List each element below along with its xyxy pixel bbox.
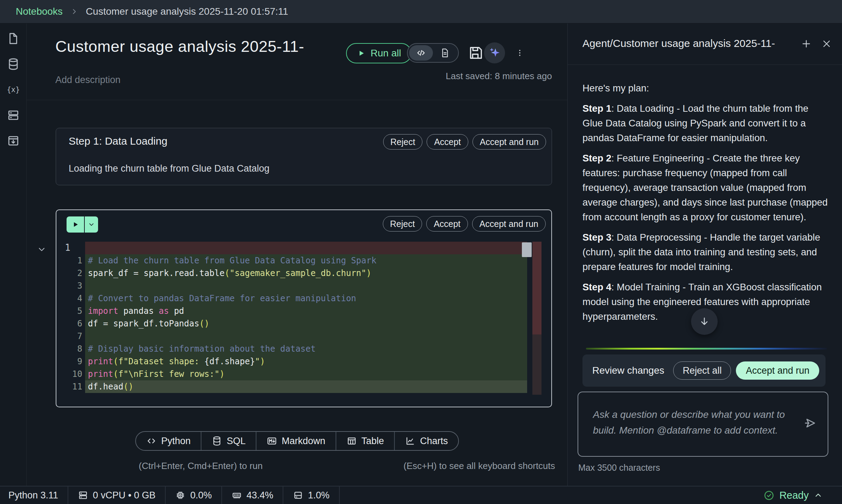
- accept-and-run-button[interactable]: Accept and run: [736, 361, 819, 380]
- code-text: import pandas as pd: [85, 305, 527, 317]
- sidebar-file-icon-button[interactable]: [7, 32, 20, 45]
- review-changes-bar: Review changes Reject all Accept and run: [582, 354, 826, 387]
- status-items: Python 3.110 vCPU • 0 GB0.0%43.4%1.0%: [0, 486, 340, 504]
- insert-label: Table: [361, 436, 384, 447]
- code-text: print(f"\nFirst few rows:"): [85, 368, 527, 380]
- code-text: # Load the churn table from Glue Data Ca…: [85, 254, 527, 267]
- code-editor[interactable]: 1# Load the churn table from Glue Data C…: [56, 242, 551, 393]
- status-0-vcpu-0-gb: 0 vCPU • 0 GB: [68, 486, 166, 504]
- code-text: # Convert to pandas DataFrame for easier…: [85, 292, 527, 305]
- code-line-4[interactable]: 4# Convert to pandas DataFrame for easie…: [56, 292, 551, 305]
- line-number: 3: [56, 279, 85, 292]
- breadcrumb-current: Customer usage analysis 2025-11-20 01:57…: [86, 6, 288, 17]
- run-all-button[interactable]: Run all: [346, 43, 412, 63]
- reject-button[interactable]: Reject: [383, 134, 423, 150]
- status-value: 0.0%: [190, 490, 212, 501]
- add-description[interactable]: Add description: [55, 75, 120, 85]
- code-line-10[interactable]: 10print(f"\nFirst few rows:"): [56, 368, 551, 380]
- ai-assistant-button[interactable]: [484, 42, 505, 63]
- run-cell-button[interactable]: [67, 216, 85, 233]
- scrollbar-thumb[interactable]: [522, 242, 532, 257]
- accept-and-run-button[interactable]: Accept and run: [472, 134, 546, 150]
- code-line-1[interactable]: 1# Load the churn table from Glue Data C…: [56, 254, 551, 267]
- code-cell[interactable]: RejectAcceptAccept and run 1 1# Load the…: [56, 209, 552, 407]
- insert-python-button[interactable]: Python: [136, 432, 201, 450]
- status-value: 43.4%: [247, 490, 274, 501]
- line-number: 5: [56, 305, 85, 317]
- code-line-3[interactable]: 3: [56, 279, 551, 292]
- insert-table-button[interactable]: Table: [336, 432, 394, 450]
- code-line-6[interactable]: 6df = spark_df.toPandas(): [56, 317, 551, 330]
- status-43-4: 43.4%: [222, 486, 284, 504]
- reject-button[interactable]: Reject: [383, 216, 422, 232]
- chat-input[interactable]: [592, 406, 792, 443]
- insert-cell-toolbar: PythonSQLMarkdownTableCharts: [135, 431, 459, 451]
- insert-sql-button[interactable]: SQL: [201, 432, 256, 450]
- run-cell-options-button[interactable]: [85, 216, 98, 233]
- insert-label: SQL: [227, 436, 246, 447]
- insert-charts-button[interactable]: Charts: [394, 432, 458, 450]
- markdown-cell-actions: RejectAcceptAccept and run: [383, 134, 546, 150]
- chevron-up-icon: [813, 490, 823, 500]
- insert-label: Markdown: [282, 436, 325, 447]
- topbar: Notebooks Customer usage analysis 2025-1…: [0, 0, 842, 23]
- code-line-11[interactable]: 11df.head(): [56, 380, 551, 393]
- sidebar-layout-rows-icon-button[interactable]: [7, 109, 20, 122]
- line-number: 9: [56, 355, 85, 368]
- database-icon: [7, 57, 20, 71]
- line-number: 1: [56, 254, 85, 267]
- ruler-dim-mark: [532, 334, 541, 395]
- code-line-7[interactable]: 7: [56, 330, 551, 343]
- sidebar-database-icon-button[interactable]: [7, 57, 20, 71]
- run-cell-split-button: [67, 216, 98, 233]
- chart-icon: [405, 436, 415, 446]
- line-number: 4: [56, 292, 85, 305]
- svg-text:{x}: {x}: [7, 85, 20, 94]
- collapse-cell-chevron[interactable]: [36, 244, 47, 255]
- code-cell-actions: RejectAcceptAccept and run: [383, 216, 546, 232]
- accept-button[interactable]: Accept: [426, 216, 468, 232]
- breadcrumb-notebooks[interactable]: Notebooks: [16, 6, 63, 17]
- code-view-toggle[interactable]: [409, 45, 433, 61]
- close-panel-button[interactable]: [821, 38, 832, 49]
- view-toggle: [407, 43, 459, 63]
- last-saved-status: Last saved: 8 minutes ago: [446, 71, 552, 82]
- plus-icon: [801, 38, 812, 49]
- left-sidebar: {x}: [0, 23, 27, 486]
- agent-panel: Agent/Customer usage analysis 2025-11- H…: [567, 23, 842, 486]
- markdown-heading: Step 1: Data Loading: [69, 135, 167, 147]
- notebook-main: Customer usage analysis 2025-11- Add des…: [27, 23, 567, 486]
- reject-all-button[interactable]: Reject all: [673, 361, 731, 380]
- notebook-title[interactable]: Customer usage analysis 2025-11-: [55, 37, 304, 56]
- sidebar-variables-icon-button[interactable]: {x}: [7, 83, 20, 96]
- sidebar-package-down-icon-button[interactable]: [7, 134, 20, 147]
- save-button[interactable]: [467, 45, 483, 61]
- code-line-5[interactable]: 5import pandas as pd: [56, 305, 551, 317]
- accept-button[interactable]: Accept: [427, 134, 468, 150]
- agent-plan-intro: Here's my plan:: [582, 81, 829, 96]
- accept-and-run-button[interactable]: Accept and run: [472, 216, 546, 232]
- code-text: spark_df = spark.read.table("sagemaker_s…: [85, 267, 527, 279]
- ready-label: Ready: [779, 490, 809, 501]
- insert-markdown-button[interactable]: Markdown: [256, 432, 336, 450]
- document-view-toggle[interactable]: [433, 45, 457, 61]
- code-text: print(f"Dataset shape: {df.shape}"): [85, 355, 527, 368]
- more-options-button[interactable]: [516, 45, 524, 61]
- server-icon: [78, 490, 88, 500]
- new-chat-button[interactable]: [801, 38, 812, 49]
- markdown-cell[interactable]: RejectAcceptAccept and run Step 1: Data …: [56, 128, 552, 185]
- code-line-9[interactable]: 9print(f"Dataset shape: {df.shape}"): [56, 355, 551, 368]
- max-chars-hint: Max 3500 characters: [578, 463, 660, 473]
- ruler-removed-mark: [532, 242, 541, 334]
- insert-label: Python: [161, 436, 191, 447]
- send-button[interactable]: [803, 416, 817, 430]
- kernel-status[interactable]: Ready: [763, 486, 842, 504]
- status-bar: Python 3.110 vCPU • 0 GB0.0%43.4%1.0% Re…: [0, 486, 842, 504]
- code-line-8[interactable]: 8# Display basic information about the d…: [56, 343, 551, 355]
- play-icon: [357, 49, 366, 58]
- scroll-to-bottom-button[interactable]: [691, 308, 718, 335]
- gradient-divider: [586, 348, 827, 350]
- code-text: [85, 279, 527, 292]
- line-number: 11: [56, 380, 85, 393]
- code-line-2[interactable]: 2spark_df = spark.read.table("sagemaker_…: [56, 267, 551, 279]
